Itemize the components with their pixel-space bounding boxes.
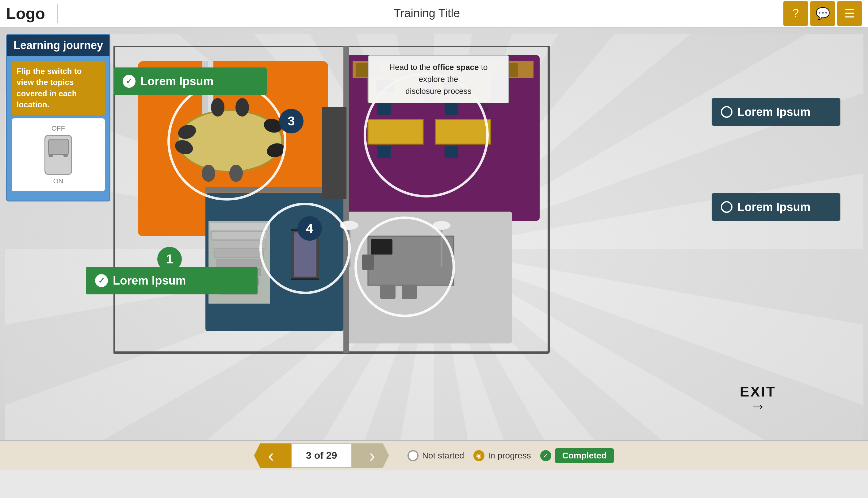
location-4-text: Lorem Ipsum <box>737 200 811 214</box>
switch-body <box>44 135 72 175</box>
svg-rect-13 <box>212 232 267 239</box>
legend-in-progress: ◉ In progress <box>473 450 531 461</box>
callout-text: Head to the office space to explore thed… <box>389 63 488 96</box>
completed-label: Completed <box>555 448 614 463</box>
toggle-switch[interactable] <box>44 135 72 175</box>
svg-point-24 <box>236 98 249 117</box>
svg-point-23 <box>211 98 224 117</box>
exit-sign: EXIT → <box>740 383 776 415</box>
learning-journey-description: Flip the switch to view the topics cover… <box>12 61 105 115</box>
help-button[interactable]: ? <box>783 1 808 26</box>
svg-point-20 <box>178 110 282 172</box>
location-badge-3[interactable]: 3 <box>279 109 304 133</box>
radio-icon-3 <box>721 106 733 118</box>
not-started-label: Not started <box>422 451 464 461</box>
header-icons: ? 💬 ☰ <box>783 1 862 26</box>
svg-rect-15 <box>215 250 264 258</box>
in-progress-icon: ◉ <box>473 450 484 461</box>
location-label-2[interactable]: ✓ Lorem Ipsum <box>113 67 267 95</box>
location-2-text: Lorem Ipsum <box>141 75 214 88</box>
menu-button[interactable]: ☰ <box>837 1 862 26</box>
callout-tooltip: Head to the office space to explore thed… <box>368 55 509 103</box>
not-started-icon <box>408 450 418 461</box>
legend: Not started ◉ In progress ✓ Completed <box>408 448 614 463</box>
footer: ‹ 3 of 29 › Not started ◉ In progress ✓ … <box>0 440 868 470</box>
svg-rect-48 <box>380 285 396 299</box>
location-badge-4[interactable]: 4 <box>297 216 322 241</box>
next-button[interactable]: › <box>352 443 389 468</box>
svg-rect-47 <box>371 239 392 254</box>
svg-rect-32 <box>436 120 491 144</box>
svg-rect-10 <box>322 107 346 199</box>
svg-rect-36 <box>444 146 458 158</box>
check-icon-1: ✓ <box>95 274 108 287</box>
in-progress-label: In progress <box>488 451 531 461</box>
switch-label-on: ON <box>53 177 64 185</box>
check-icon-2: ✓ <box>123 75 135 88</box>
legend-completed: ✓ Completed <box>540 448 614 463</box>
svg-rect-33 <box>377 103 391 115</box>
switch-label-off: OFF <box>52 124 65 132</box>
svg-rect-12 <box>210 222 268 230</box>
learning-journey-panel: Learning journey Flip the switch to view… <box>6 34 110 201</box>
svg-rect-50 <box>362 254 374 270</box>
svg-rect-35 <box>377 146 391 158</box>
svg-rect-31 <box>368 120 423 144</box>
svg-rect-16 <box>216 259 262 267</box>
location-label-4[interactable]: Lorem Ipsum <box>712 193 840 221</box>
svg-rect-14 <box>213 241 265 248</box>
training-title: Training Title <box>70 7 783 20</box>
prev-button[interactable]: ‹ <box>254 443 291 468</box>
legend-not-started: Not started <box>408 450 464 461</box>
location-label-1[interactable]: ✓ Lorem Ipsum <box>86 267 257 294</box>
svg-point-27 <box>229 165 243 182</box>
svg-point-28 <box>202 165 215 182</box>
header: Logo Training Title ? 💬 ☰ <box>0 0 868 28</box>
svg-rect-34 <box>444 103 458 115</box>
svg-rect-49 <box>402 285 417 299</box>
location-1-text: Lorem Ipsum <box>113 274 186 287</box>
toggle-switch-area: OFF ON <box>12 118 105 191</box>
chat-button[interactable]: 💬 <box>810 1 835 26</box>
learning-journey-title: Learning journey <box>7 35 109 56</box>
main-content: Learning journey Flip the switch to view… <box>0 28 868 470</box>
location-label-3[interactable]: Lorem Ipsum <box>712 98 840 126</box>
completed-icon: ✓ <box>540 450 551 461</box>
page-counter: 3 of 29 <box>291 443 352 468</box>
logo: Logo <box>6 4 58 23</box>
switch-thumb <box>48 139 69 155</box>
location-3-text: Lorem Ipsum <box>737 105 811 119</box>
radio-icon-4 <box>721 201 733 213</box>
